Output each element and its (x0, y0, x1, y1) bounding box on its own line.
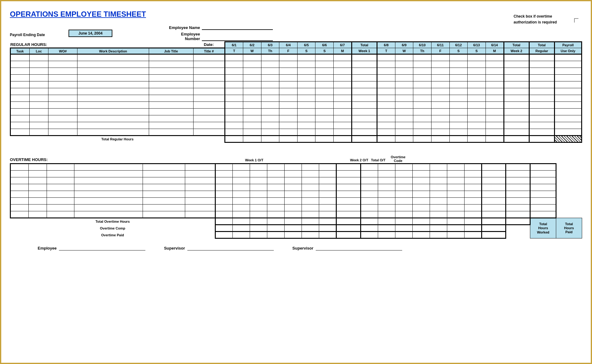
cell[interactable] (504, 115, 529, 122)
cell[interactable] (412, 191, 430, 198)
cell[interactable] (482, 191, 506, 198)
cell[interactable] (530, 191, 556, 198)
cell[interactable] (193, 75, 225, 81)
total-cell[interactable] (413, 136, 431, 143)
total-cell[interactable] (297, 136, 315, 143)
cell[interactable] (554, 68, 582, 75)
cell[interactable] (319, 191, 336, 198)
cell[interactable] (10, 211, 29, 218)
cell[interactable] (377, 68, 395, 75)
employee-name-input[interactable] (202, 24, 273, 30)
cell[interactable] (554, 102, 582, 109)
cell[interactable] (243, 68, 261, 75)
cell[interactable] (261, 88, 279, 95)
cell[interactable] (193, 122, 225, 129)
ot-total-cell[interactable] (412, 218, 430, 225)
cell[interactable] (302, 205, 319, 211)
week1-total-cell[interactable] (352, 136, 377, 143)
cell[interactable] (464, 171, 482, 177)
cell[interactable] (28, 191, 47, 198)
cell[interactable] (143, 211, 185, 218)
cell[interactable] (334, 109, 352, 115)
cell[interactable] (149, 68, 193, 75)
total-cell[interactable] (261, 136, 279, 143)
cell[interactable] (225, 75, 243, 81)
cell[interactable] (352, 115, 377, 122)
cell[interactable] (468, 68, 486, 75)
cell[interactable] (319, 205, 336, 211)
cell[interactable] (315, 129, 334, 136)
cell[interactable] (261, 68, 279, 75)
cell[interactable] (48, 88, 77, 95)
cell[interactable] (412, 184, 430, 191)
total-cell[interactable] (279, 136, 298, 143)
cell[interactable] (468, 95, 486, 102)
cell[interactable] (77, 61, 149, 68)
ot-total-cell[interactable] (302, 232, 319, 238)
cell[interactable] (430, 184, 447, 191)
cell[interactable] (352, 102, 377, 109)
cell[interactable] (250, 177, 267, 184)
total-cell[interactable] (334, 136, 352, 143)
cell[interactable] (395, 177, 412, 184)
cell[interactable] (315, 122, 334, 129)
ot-total-cell[interactable] (395, 232, 412, 238)
cell[interactable] (412, 177, 430, 184)
ot-total-cell[interactable] (447, 218, 464, 225)
cell[interactable] (285, 211, 302, 218)
cell[interactable] (243, 115, 261, 122)
ot-total-cell[interactable] (447, 232, 464, 238)
cell[interactable] (395, 129, 413, 136)
cell[interactable] (506, 205, 530, 211)
cell[interactable] (529, 68, 554, 75)
cell[interactable] (297, 122, 315, 129)
cell[interactable] (506, 191, 530, 198)
cell[interactable] (529, 122, 554, 129)
cell[interactable] (243, 102, 261, 109)
cell[interactable] (413, 61, 431, 68)
ot-total-cell[interactable] (250, 218, 267, 225)
cell[interactable] (395, 88, 413, 95)
cell[interactable] (449, 68, 468, 75)
ot-total-cell[interactable] (215, 232, 232, 238)
ot-total-cell[interactable] (430, 225, 447, 232)
ot-total-cell[interactable] (430, 232, 447, 238)
cell[interactable] (149, 115, 193, 122)
ot-total-cell[interactable] (319, 218, 336, 225)
cell[interactable] (431, 109, 449, 115)
cell[interactable] (486, 129, 504, 136)
cell[interactable] (378, 191, 395, 198)
cell[interactable] (77, 68, 149, 75)
cell[interactable] (10, 115, 30, 122)
cell[interactable] (77, 95, 149, 102)
cell[interactable] (10, 171, 29, 177)
cell[interactable] (315, 88, 334, 95)
cell[interactable] (149, 129, 193, 136)
total-cell[interactable] (315, 136, 334, 143)
cell[interactable] (74, 198, 143, 205)
cell[interactable] (431, 81, 449, 88)
cell[interactable] (143, 198, 185, 205)
cell[interactable] (149, 81, 193, 88)
ot-total-cell[interactable] (233, 232, 250, 238)
cell[interactable] (143, 171, 185, 177)
cell[interactable] (395, 115, 413, 122)
cell[interactable] (447, 205, 464, 211)
cell[interactable] (449, 109, 468, 115)
cell[interactable] (149, 61, 193, 68)
cell[interactable] (412, 205, 430, 211)
cell[interactable] (47, 164, 74, 171)
cell[interactable] (261, 75, 279, 81)
cell[interactable] (430, 177, 447, 184)
cell[interactable] (143, 205, 185, 211)
cell[interactable] (468, 109, 486, 115)
cell[interactable] (334, 68, 352, 75)
cell[interactable] (395, 68, 413, 75)
cell[interactable] (464, 198, 482, 205)
cell[interactable] (504, 122, 529, 129)
cell[interactable] (28, 198, 47, 205)
cell[interactable] (149, 95, 193, 102)
ot-week1-total-cell[interactable] (336, 232, 361, 238)
cell[interactable] (233, 171, 250, 177)
cell[interactable] (250, 171, 267, 177)
